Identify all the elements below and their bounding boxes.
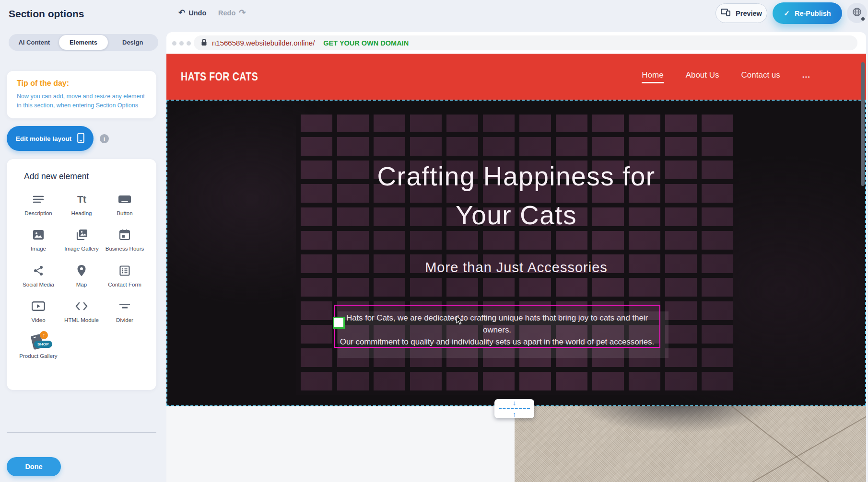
- section-resize-handle[interactable]: ↓ ↑: [494, 399, 534, 418]
- element-item-description[interactable]: Description: [17, 192, 59, 217]
- element-item-button[interactable]: Button: [104, 192, 146, 217]
- image-icon: [33, 228, 44, 242]
- product-gallery-icon: ↑ SHOP: [27, 335, 49, 349]
- done-button[interactable]: Done: [7, 457, 61, 476]
- preview-label: Preview: [736, 10, 762, 17]
- site-preview-window: n1566589.websitebuilder.online/ GET YOUR…: [166, 32, 866, 482]
- element-item-image-gallery[interactable]: Image Gallery: [60, 228, 103, 252]
- language-globe-button[interactable]: [847, 3, 867, 23]
- description-icon: [32, 192, 45, 207]
- upgrade-badge-icon: ↑: [40, 331, 48, 339]
- tab-ai-content[interactable]: AI Content: [10, 35, 59, 50]
- html-module-icon: [75, 299, 88, 313]
- element-grid: Description Tt Heading Button Image: [17, 192, 146, 359]
- nav-contact-us[interactable]: Contact us: [741, 70, 780, 83]
- nav-more-button[interactable]: ...: [802, 70, 810, 83]
- website-builder-app: Section options ↶ Undo Redo ↷ Preview ✓ …: [0, 0, 868, 482]
- button-icon: [118, 192, 131, 207]
- element-item-social-media[interactable]: Social Media: [17, 264, 59, 288]
- browser-chrome-bar: n1566589.websitebuilder.online/ GET YOUR…: [166, 32, 866, 54]
- devices-icon: [721, 9, 731, 18]
- floor-grout-line: [751, 411, 866, 482]
- element-item-contact-form[interactable]: Contact Form: [104, 264, 146, 288]
- redo-button[interactable]: Redo ↷: [218, 9, 246, 17]
- element-item-product-gallery[interactable]: ↑ SHOP Product Gallery: [17, 335, 59, 359]
- element-item-heading[interactable]: Tt Heading: [60, 192, 103, 217]
- hero-section-selected[interactable]: Crafting Happiness for Your Cats More th…: [166, 100, 866, 406]
- video-icon: [32, 299, 45, 313]
- hero-paragraph[interactable]: Hats for Cats, we are dedicated to craft…: [335, 306, 659, 348]
- tab-design[interactable]: Design: [108, 35, 157, 50]
- add-element-title: Add new element: [24, 172, 146, 182]
- map-icon: [77, 264, 86, 278]
- republish-button[interactable]: ✓ Re-Publish: [773, 2, 842, 24]
- resize-dashed-line: [499, 408, 530, 409]
- undo-icon: ↶: [178, 9, 185, 17]
- preview-button[interactable]: Preview: [716, 3, 767, 23]
- check-icon: ✓: [784, 9, 790, 18]
- panel-tabbar: AI Content Elements Design: [9, 34, 158, 51]
- tab-elements[interactable]: Elements: [59, 35, 108, 50]
- resize-arrow-down-icon: ↓: [494, 400, 534, 406]
- social-media-icon: [33, 264, 44, 278]
- shop-badge: SHOP: [34, 341, 52, 348]
- page-title: Section options: [9, 8, 84, 20]
- element-item-divider[interactable]: Divider: [104, 299, 146, 323]
- drag-handle[interactable]: [333, 317, 345, 329]
- image-gallery-icon: [75, 228, 88, 242]
- tip-title: Tip of the day:: [17, 79, 146, 88]
- site-nav: Home About Us Contact us ...: [642, 70, 852, 83]
- heading-icon: Tt: [77, 192, 86, 207]
- browser-dots: [172, 41, 191, 46]
- hero-heading[interactable]: Crafting Happiness for Your Cats: [167, 157, 865, 235]
- selected-text-element[interactable]: Hats for Cats, we are dedicated to craft…: [334, 305, 660, 348]
- lock-icon: [201, 38, 207, 48]
- nav-home[interactable]: Home: [642, 70, 663, 83]
- floor-grout-line: [704, 406, 829, 482]
- element-item-html-module[interactable]: HTML Module: [60, 299, 103, 323]
- contact-form-icon: [119, 264, 130, 278]
- site-viewport: HATS FOR CATS Home About Us Contact us .…: [166, 54, 866, 482]
- floor-photo: [515, 406, 866, 482]
- mobile-phone-icon: [77, 133, 84, 145]
- undo-button[interactable]: ↶ Undo: [178, 9, 206, 17]
- business-hours-icon: [119, 228, 130, 242]
- nav-about-us[interactable]: About Us: [686, 70, 719, 83]
- element-item-business-hours[interactable]: Business Hours: [104, 228, 146, 252]
- add-new-element-card: Add new element Description Tt Heading B…: [7, 159, 156, 390]
- address-bar[interactable]: n1566589.websitebuilder.online/ GET YOUR…: [194, 35, 857, 50]
- mouse-cursor-icon: [456, 316, 464, 325]
- hero-subheading[interactable]: More than Just Accessories: [167, 260, 865, 275]
- info-icon[interactable]: i: [100, 134, 109, 143]
- page-scrollbar[interactable]: [861, 62, 865, 186]
- panel-divider: [7, 432, 156, 433]
- get-domain-link[interactable]: GET YOUR OWN DOMAIN: [323, 39, 409, 47]
- globe-icon: [852, 7, 862, 19]
- edit-mobile-layout-button[interactable]: Edit mobile layout: [7, 126, 94, 151]
- tip-body: Now you can add, move and resize any ele…: [17, 92, 146, 110]
- tip-of-the-day-card: Tip of the day: Now you can add, move an…: [7, 71, 156, 118]
- element-item-image[interactable]: Image: [17, 228, 59, 252]
- divider-icon: [118, 299, 131, 313]
- site-url: n1566589.websitebuilder.online/: [212, 39, 315, 47]
- element-item-video[interactable]: Video: [17, 299, 59, 323]
- undo-label: Undo: [188, 9, 206, 17]
- republish-label: Re-Publish: [795, 10, 831, 17]
- site-header: HATS FOR CATS Home About Us Contact us .…: [166, 54, 866, 100]
- site-logo[interactable]: HATS FOR CATS: [181, 70, 258, 83]
- globe-status-dot: [861, 17, 865, 21]
- redo-label: Redo: [218, 9, 235, 17]
- edit-mobile-label: Edit mobile layout: [16, 135, 71, 142]
- redo-icon: ↷: [239, 9, 246, 17]
- resize-arrow-up-icon: ↑: [494, 411, 534, 418]
- element-item-map[interactable]: Map: [60, 264, 103, 288]
